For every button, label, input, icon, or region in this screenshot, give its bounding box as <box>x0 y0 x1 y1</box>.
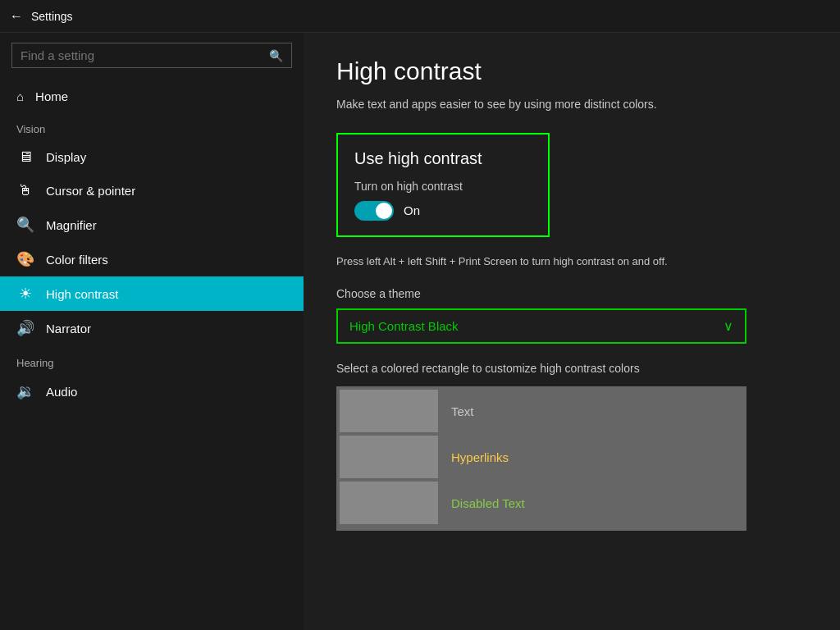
section-label-vision: Vision <box>0 112 304 140</box>
sidebar: 🔍 ⌂ Home Vision 🖥 Display 🖱 Cursor & poi… <box>0 33 304 630</box>
display-label: Display <box>46 150 86 164</box>
content-area: High contrast Make text and apps easier … <box>304 33 840 630</box>
toggle-label: Turn on high contrast <box>354 180 532 193</box>
back-button[interactable]: ← <box>10 9 23 24</box>
display-icon: 🖥 <box>16 148 34 166</box>
high-contrast-icon: ☀ <box>16 285 34 303</box>
sidebar-item-high-contrast[interactable]: ☀ High contrast <box>0 276 304 311</box>
sidebar-item-cursor[interactable]: 🖱 Cursor & pointer <box>0 174 304 208</box>
swatch-label-disabled: Disabled Text <box>438 496 538 510</box>
swatch-label-text: Text <box>438 404 487 418</box>
swatch-row-text[interactable]: Text <box>340 390 743 432</box>
chevron-down-icon: ∨ <box>724 318 733 334</box>
color-filters-label: Color filters <box>46 253 108 267</box>
swatch-box-disabled[interactable] <box>340 482 438 524</box>
page-description: Make text and apps easier to see by usin… <box>336 97 807 113</box>
sidebar-item-display[interactable]: 🖥 Display <box>0 140 304 174</box>
color-swatches: Text Hyperlinks Disabled Text <box>336 386 746 531</box>
hc-box-title: Use high contrast <box>354 149 532 168</box>
home-label: Home <box>35 89 68 103</box>
swatch-label-hyperlinks: Hyperlinks <box>438 450 522 464</box>
cursor-icon: 🖱 <box>16 182 34 199</box>
swatch-row-disabled[interactable]: Disabled Text <box>340 482 743 524</box>
sidebar-item-color-filters[interactable]: 🎨 Color filters <box>0 242 304 276</box>
title-bar: ← Settings <box>0 0 840 33</box>
search-box[interactable]: 🔍 <box>11 43 292 68</box>
toggle-row: On <box>354 201 532 221</box>
swatch-row-hyperlinks[interactable]: Hyperlinks <box>340 436 743 478</box>
search-icon: 🔍 <box>269 49 283 62</box>
theme-dropdown[interactable]: High Contrast Black ∨ <box>336 308 746 344</box>
high-contrast-box: Use high contrast Turn on high contrast … <box>336 133 550 237</box>
swatch-box-hyperlinks[interactable] <box>340 436 438 478</box>
audio-label: Audio <box>46 385 77 399</box>
cursor-label: Cursor & pointer <box>46 184 135 198</box>
audio-icon: 🔉 <box>16 382 34 400</box>
sidebar-item-audio[interactable]: 🔉 Audio <box>0 374 304 409</box>
color-filters-icon: 🎨 <box>16 250 34 268</box>
sidebar-item-home[interactable]: ⌂ Home <box>0 81 304 112</box>
home-icon: ⌂ <box>16 89 24 103</box>
sidebar-item-narrator[interactable]: 🔊 Narrator <box>0 311 304 345</box>
choose-theme-label: Choose a theme <box>336 287 807 300</box>
magnifier-icon: 🔍 <box>16 216 34 234</box>
title-bar-title: Settings <box>31 10 73 23</box>
swatch-box-text[interactable] <box>340 390 438 432</box>
sidebar-item-magnifier[interactable]: 🔍 Magnifier <box>0 208 304 242</box>
high-contrast-label: High contrast <box>46 287 118 301</box>
narrator-label: Narrator <box>46 322 91 336</box>
theme-selected: High Contrast Black <box>349 319 459 333</box>
search-input[interactable] <box>21 48 269 62</box>
toggle-state-label: On <box>404 203 420 217</box>
narrator-icon: 🔊 <box>16 319 34 337</box>
section-label-hearing: Hearing <box>0 345 304 374</box>
shortcut-text: Press left Alt + left Shift + Print Scre… <box>336 253 746 270</box>
color-rect-label: Select a colored rectangle to customize … <box>336 362 807 375</box>
magnifier-label: Magnifier <box>46 218 97 232</box>
main-layout: 🔍 ⌂ Home Vision 🖥 Display 🖱 Cursor & poi… <box>0 33 840 630</box>
high-contrast-toggle[interactable] <box>354 201 394 221</box>
page-title: High contrast <box>336 57 807 85</box>
